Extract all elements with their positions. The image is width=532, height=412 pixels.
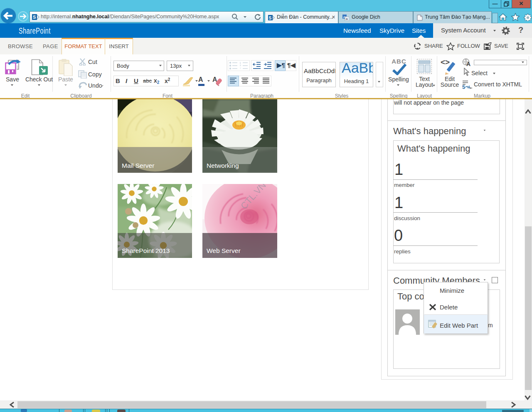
svg-text:S: S — [269, 16, 272, 20]
svg-text:S: S — [33, 15, 36, 20]
svg-text:Web Server: Web Server — [207, 247, 241, 254]
svg-text:a: a — [346, 17, 348, 21]
svg-text:A: A — [466, 61, 470, 66]
svg-text:5: 5 — [462, 84, 465, 89]
svg-text:Networking: Networking — [207, 162, 239, 169]
svg-text:Mail Server: Mail Server — [122, 162, 154, 169]
svg-text:SharePoint 2013: SharePoint 2013 — [122, 247, 170, 254]
